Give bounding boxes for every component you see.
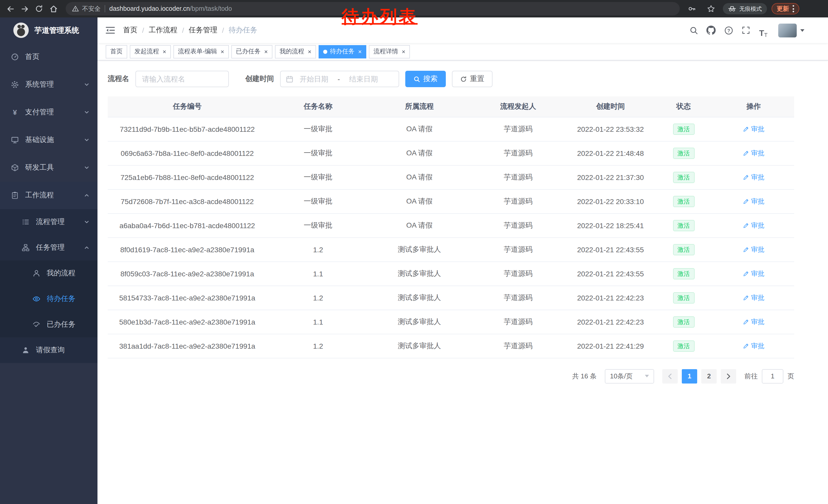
edit-icon bbox=[743, 174, 749, 180]
status-badge: 激活 bbox=[673, 123, 694, 135]
approve-button[interactable]: 审批 bbox=[743, 317, 764, 326]
tab-todo-tasks[interactable]: 待办任务× bbox=[319, 45, 366, 58]
table-row: 75d72608-7b7f-11ec-a3c8-acde48001122 一级审… bbox=[108, 189, 794, 213]
table-row: 580e1b3d-7ac8-11ec-a9e2-a2380e71991a 1.1… bbox=[108, 310, 794, 334]
help-icon[interactable]: ? bbox=[721, 22, 736, 38]
next-page-button[interactable] bbox=[721, 369, 736, 383]
goto-page-input[interactable] bbox=[762, 369, 783, 383]
sidebar-item-label: 首页 bbox=[25, 52, 40, 61]
chevron-left-icon bbox=[667, 373, 672, 379]
end-date-input[interactable] bbox=[345, 75, 382, 83]
breadcrumb-task-mgmt[interactable]: 任务管理 bbox=[189, 26, 217, 35]
key-icon[interactable] bbox=[685, 2, 699, 16]
sidebar-item-devtools[interactable]: 研发工具 bbox=[0, 154, 97, 182]
sidebar-item-system[interactable]: 系统管理 bbox=[0, 71, 97, 98]
url-domain: dashboard.yudao.iocoder.cn bbox=[109, 5, 190, 12]
breadcrumb-workflow[interactable]: 工作流程 bbox=[149, 26, 177, 35]
approve-button[interactable]: 审批 bbox=[743, 124, 764, 134]
sidebar-item-label: 我的流程 bbox=[47, 269, 75, 278]
process-name-input[interactable] bbox=[135, 71, 229, 87]
sidebar-item-done-tasks[interactable]: 已办任务 bbox=[0, 312, 97, 337]
close-icon[interactable]: × bbox=[264, 48, 268, 55]
close-icon[interactable]: × bbox=[163, 48, 166, 55]
fullscreen-icon[interactable] bbox=[738, 22, 754, 38]
sidebar-item-task-mgmt[interactable]: 任务管理 bbox=[0, 235, 97, 261]
update-button[interactable]: 更新 bbox=[772, 3, 799, 14]
table-row: 8f059c03-7ac8-11ec-a9e2-a2380e71991a 1.1… bbox=[108, 262, 794, 286]
col-task-name: 任务名称 bbox=[267, 96, 369, 117]
process-name-label: 流程名 bbox=[108, 74, 129, 84]
bookmark-star-icon[interactable] bbox=[704, 2, 718, 16]
close-icon[interactable]: × bbox=[308, 48, 312, 55]
approve-button[interactable]: 审批 bbox=[743, 245, 764, 254]
close-icon[interactable]: × bbox=[358, 48, 362, 55]
status-badge: 激活 bbox=[673, 147, 694, 159]
sidebar-item-label: 基础设施 bbox=[25, 135, 54, 145]
chevron-down-icon bbox=[645, 375, 649, 377]
breadcrumb-separator: / bbox=[182, 26, 184, 34]
sidebar-item-label: 已办任务 bbox=[47, 320, 75, 329]
reload-icon[interactable] bbox=[32, 2, 46, 16]
approve-button[interactable]: 审批 bbox=[743, 341, 764, 351]
page-button-1[interactable]: 1 bbox=[682, 369, 697, 383]
sidebar-item-process-mgmt[interactable]: 流程管理 bbox=[0, 209, 97, 235]
col-actions: 操作 bbox=[713, 96, 794, 117]
app-logo[interactable]: 芋道管理系统 bbox=[0, 17, 97, 43]
approve-button[interactable]: 审批 bbox=[743, 269, 764, 278]
workflow-submenu: 流程管理 任务管理 我的流程 bbox=[0, 209, 97, 363]
close-icon[interactable]: × bbox=[220, 48, 224, 55]
user-icon bbox=[32, 269, 41, 277]
search-icon[interactable] bbox=[686, 22, 701, 38]
tab-done-tasks[interactable]: 已办任务× bbox=[232, 45, 273, 58]
table-header-row: 任务编号 任务名称 所属流程 流程发起人 创建时间 状态 操作 bbox=[108, 96, 794, 117]
reset-button[interactable]: 重置 bbox=[452, 71, 493, 87]
chevron-down-icon bbox=[84, 82, 89, 87]
start-date-input[interactable] bbox=[295, 75, 332, 83]
github-icon[interactable] bbox=[703, 22, 719, 38]
browser-menu-icon[interactable] bbox=[793, 5, 794, 12]
sidebar-item-todo-tasks[interactable]: 待办任务 bbox=[0, 286, 97, 312]
filter-bar: 流程名 创建时间 - 搜索 bbox=[108, 71, 818, 87]
search-button[interactable]: 搜索 bbox=[405, 71, 446, 87]
approve-button[interactable]: 审批 bbox=[743, 221, 764, 230]
site-security[interactable]: 不安全 bbox=[72, 4, 100, 13]
approve-button[interactable]: 审批 bbox=[743, 148, 764, 158]
sidebar-item-leave-query[interactable]: 请假查询 bbox=[0, 337, 97, 363]
page-button-2[interactable]: 2 bbox=[701, 369, 717, 383]
sidebar-item-workflow[interactable]: 工作流程 bbox=[0, 182, 97, 209]
home-icon[interactable] bbox=[46, 2, 60, 16]
chevron-down-icon bbox=[84, 220, 89, 225]
table-row: a6aba0a4-7b6d-11ec-b781-acde48001122 一级审… bbox=[108, 213, 794, 237]
prev-page-button[interactable] bbox=[662, 369, 678, 383]
edit-icon bbox=[743, 246, 749, 253]
tab-start-process[interactable]: 发起流程× bbox=[130, 45, 171, 58]
user-avatar-dropdown[interactable] bbox=[778, 23, 804, 37]
tab-home[interactable]: 首页 bbox=[106, 45, 127, 58]
date-range-picker[interactable]: - bbox=[280, 71, 399, 87]
sidebar-item-infra[interactable]: 基础设施 bbox=[0, 126, 97, 154]
page-size-select[interactable]: 10条/页 bbox=[605, 369, 654, 383]
approve-button[interactable]: 审批 bbox=[743, 293, 764, 302]
tab-my-process[interactable]: 我的流程× bbox=[275, 45, 316, 58]
col-task-id: 任务编号 bbox=[108, 96, 267, 117]
breadcrumb-home[interactable]: 首页 bbox=[123, 26, 137, 35]
table-row: 069c6a63-7b8a-11ec-8ef0-acde48001122 一级审… bbox=[108, 141, 794, 165]
sidebar-item-pay[interactable]: ¥ 支付管理 bbox=[0, 98, 97, 126]
sidebar-collapse-icon[interactable] bbox=[106, 26, 115, 34]
close-icon[interactable]: × bbox=[402, 48, 405, 55]
font-size-icon[interactable]: TT bbox=[756, 22, 771, 38]
approve-button[interactable]: 审批 bbox=[743, 197, 764, 206]
breadcrumb-separator: / bbox=[222, 26, 224, 34]
sidebar-item-home[interactable]: 首页 bbox=[0, 43, 97, 71]
tab-process-detail[interactable]: 流程详情× bbox=[369, 45, 410, 58]
logo-image bbox=[13, 22, 29, 38]
todo-task-table: 任务编号 任务名称 所属流程 流程发起人 创建时间 状态 操作 bbox=[108, 96, 794, 358]
tab-form-edit[interactable]: 流程表单-编辑× bbox=[173, 45, 229, 58]
svg-text:?: ? bbox=[727, 28, 730, 33]
sidebar-item-my-process[interactable]: 我的流程 bbox=[0, 261, 97, 286]
approve-button[interactable]: 审批 bbox=[743, 173, 764, 182]
back-icon[interactable] bbox=[3, 2, 17, 16]
forward-icon[interactable] bbox=[17, 2, 32, 16]
edit-icon bbox=[743, 222, 749, 228]
breadcrumb-separator: / bbox=[142, 26, 144, 34]
